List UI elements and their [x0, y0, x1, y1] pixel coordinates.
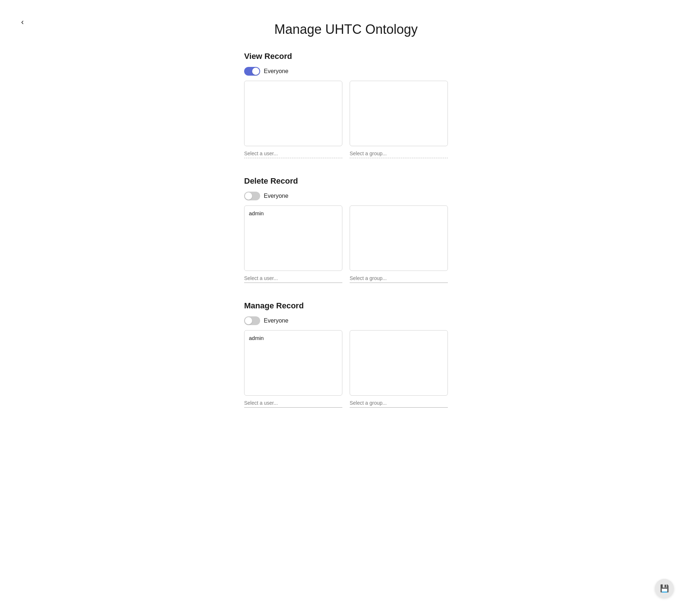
manage-record-groups-list [350, 330, 448, 396]
view-record-toggle[interactable] [244, 67, 260, 76]
manage-record-lists-row: admin [244, 330, 448, 396]
manage-record-user-admin: admin [249, 334, 338, 342]
save-icon: 💾 [660, 584, 669, 593]
view-record-groups-list [350, 81, 448, 146]
main-content: Manage UHTC Ontology View Record Everyon… [237, 0, 455, 455]
view-record-inputs-row [244, 149, 448, 158]
delete-record-everyone-label: Everyone [264, 193, 289, 199]
view-record-select-group[interactable] [350, 149, 448, 158]
view-record-title: View Record [244, 52, 448, 61]
delete-record-title: Delete Record [244, 176, 448, 186]
manage-record-users-list: admin [244, 330, 342, 396]
delete-record-select-group[interactable] [350, 274, 448, 283]
delete-record-users-list: admin [244, 205, 342, 271]
manage-record-everyone-label: Everyone [264, 317, 289, 324]
save-fab-button[interactable]: 💾 [655, 579, 674, 598]
view-record-section: View Record Everyone [244, 52, 448, 158]
delete-record-section: Delete Record Everyone admin [244, 176, 448, 283]
manage-record-section: Manage Record Everyone admin [244, 301, 448, 408]
delete-record-select-user[interactable] [244, 274, 342, 283]
delete-record-toggle-row: Everyone [244, 192, 448, 200]
back-button[interactable]: ‹ [18, 15, 27, 30]
manage-record-toggle[interactable] [244, 316, 260, 325]
view-record-users-list [244, 81, 342, 146]
delete-record-user-admin: admin [249, 209, 338, 217]
manage-record-inputs-row [244, 399, 448, 408]
page-title: Manage UHTC Ontology [244, 22, 448, 37]
delete-record-inputs-row [244, 274, 448, 283]
manage-record-toggle-row: Everyone [244, 316, 448, 325]
manage-record-title: Manage Record [244, 301, 448, 311]
delete-record-lists-row: admin [244, 205, 448, 271]
manage-record-select-user[interactable] [244, 399, 342, 408]
view-record-select-user[interactable] [244, 149, 342, 158]
delete-record-groups-list [350, 205, 448, 271]
manage-record-select-group[interactable] [350, 399, 448, 408]
back-icon: ‹ [21, 17, 24, 27]
view-record-lists-row [244, 81, 448, 146]
view-record-toggle-row: Everyone [244, 67, 448, 76]
delete-record-toggle[interactable] [244, 192, 260, 200]
view-record-everyone-label: Everyone [264, 68, 289, 75]
